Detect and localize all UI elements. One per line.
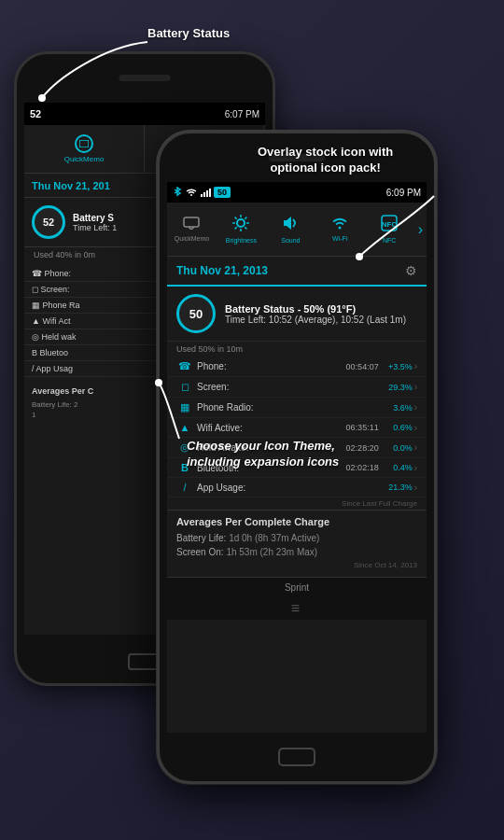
used-header-front: Used 50% in 10m [167,342,427,357]
since-oct-label: Since Oct 14, 2013 [176,559,417,571]
stat-screen-front[interactable]: ◻ Screen: 29.3% › [167,377,427,398]
time-front: 6:09 PM [386,188,421,198]
quick-item-memo-front[interactable]: QuickMemo [167,203,217,256]
avg-screen-label: Screen On: [176,547,224,557]
nav-lines-icon: ≡ [291,600,302,616]
battery-number-back: 52 [30,108,41,119]
avg-screen-value: 1h 53m (2h 23m Max) [226,547,317,557]
svg-rect-6 [184,217,199,227]
averages-title-front: Averages Per Complete Charge [176,516,417,527]
memo-icon-back [75,134,93,153]
app-icon-front: / [176,482,193,493]
radio-label-front: Phone Radio: [197,402,379,413]
sprint-bar: Sprint [167,577,427,597]
quick-item-memo-back[interactable]: QuickMemo [24,125,145,173]
bluetooth-stat-label-front: Bluetooth: [197,463,346,473]
battery-circle-back: 52 [32,205,65,239]
wifi-icon-front [331,217,348,233]
phone-front-screen: 50 6:09 PM QuickMemo [167,182,427,733]
bluetooth-stat-icon-front: B [176,462,193,473]
phone-value-front: 00:54:07 [346,362,379,371]
quick-item-nfc-front[interactable]: NFC NFC [365,203,414,256]
battery-display-front: 50 Battery Status - 50% (91°F) Time Left… [167,287,427,342]
signal-bars-icon [201,189,211,197]
status-icons-left: 50 [173,187,231,198]
quick-bar-chevron[interactable]: › [414,221,427,238]
memo-label-front: QuickMemo [175,235,209,242]
wifi-stat-arrow-front: › [414,423,417,433]
bluetooth-status-icon [173,187,182,198]
held-label-front: Held Awake: [197,442,346,453]
wifi-stat-value-front: 06:35:11 [346,423,379,432]
sound-label-front: Sound [281,237,300,244]
stat-held-front[interactable]: ◎ Held Awake: 02:28:20 0.0% › [167,438,427,458]
quick-bar-front: QuickMemo Brig [167,203,427,257]
memo-icon-front [183,217,200,233]
radio-icon-front: ▦ [176,401,193,413]
screen-label-front: Screen: [197,382,379,392]
stat-phone-front[interactable]: ☎ Phone: 00:54:07 +3.5% › [167,357,427,377]
held-value-front: 02:28:20 [346,443,379,453]
held-pct-front: 0.0% [383,443,413,453]
avg-battery-label: Battery Life: [176,533,226,543]
sprint-label: Sprint [285,582,309,593]
svg-line-14 [235,227,237,229]
averages-front: Averages Per Complete Charge Battery Lif… [167,510,427,577]
svg-point-7 [237,219,245,227]
battery-circle-front: 50 [176,294,216,333]
avg-battery-front: Battery Life: 1d 0h (8h 37m Active) [176,531,417,545]
app-arrow-front: › [414,483,417,493]
nfc-label-front: NFC [383,237,396,244]
home-button-front[interactable] [278,748,315,766]
stat-bluetooth-front[interactable]: B Bluetooth: 02:02:18 0.4% › [167,458,427,478]
nav-lines: ≡ [167,597,427,620]
svg-rect-0 [79,140,89,147]
phone-icon-front: ☎ [176,360,193,372]
date-text-front: Thu Nov 21, 2013 [176,264,268,277]
bluetooth-stat-pct-front: 0.4% [383,463,413,472]
quick-item-sound-front[interactable]: Sound [266,203,315,256]
gear-icon-front[interactable]: ⚙ [405,263,417,278]
battery-info-front: Battery Status - 50% (91°F) Time Left: 1… [225,303,406,325]
svg-line-13 [245,227,247,229]
held-arrow-front: › [414,442,417,453]
wifi-label-front: Wi-Fi [332,235,347,242]
sound-icon-front [282,215,299,235]
phone-arrow-front: › [414,361,417,371]
radio-arrow-front: › [414,402,417,413]
battery-badge-front: 50 [214,187,231,198]
phone-back-speaker [119,75,171,81]
phone-pct-front: +3.5% [383,362,413,371]
bluetooth-stat-arrow-front: › [414,463,417,473]
screen-icon-front: ◻ [176,381,193,393]
brightness-label-front: Brightness [226,237,257,244]
battery-title-front: Battery Status - 50% (91°F) [225,303,406,315]
stats-list-front: ☎ Phone: 00:54:07 +3.5% › ◻ Screen: 29.3… [167,357,427,497]
wifi-status-icon [185,188,198,197]
brightness-icon-front [232,215,249,235]
app-label-front: App Usage: [197,483,379,493]
status-bar-back: 52 6:07 PM [24,103,265,125]
wifi-stat-icon-front: ▲ [176,422,193,433]
svg-marker-16 [284,217,291,230]
memo-label-back: QuickMemo [64,155,105,163]
stat-wifi-front[interactable]: ▲ Wifi Active: 06:35:11 0.6% › [167,418,427,438]
stat-radio-front[interactable]: ▦ Phone Radio: 3.6% › [167,398,427,418]
held-icon-front: ◎ [176,441,193,454]
battery-subtitle-front: Time Left: 10:52 (Average), 10:52 (Last … [225,315,406,325]
screen-pct-front: 29.3% [383,383,413,392]
app-pct-front: 21.3% [383,483,413,492]
stat-app-front[interactable]: / App Usage: 21.3% › [167,478,427,497]
quick-item-brightness-front[interactable]: Brightness [217,203,266,256]
radio-pct-front: 3.6% [383,403,413,413]
phone-front: 50 6:09 PM QuickMemo [157,131,437,784]
battery-title-back: Battery S [73,213,117,223]
quick-item-wifi-front[interactable]: Wi-Fi [315,203,365,256]
screen-arrow-front: › [414,382,417,392]
bluetooth-stat-value-front: 02:02:18 [346,463,379,472]
avg-screen-front: Screen On: 1h 53m (2h 23m Max) [176,545,417,559]
date-bar-front: Thu Nov 21, 2013 ⚙ [167,257,427,287]
svg-line-12 [235,217,237,219]
phone-front-speaker [269,154,325,161]
time-back: 6:07 PM [225,109,259,119]
